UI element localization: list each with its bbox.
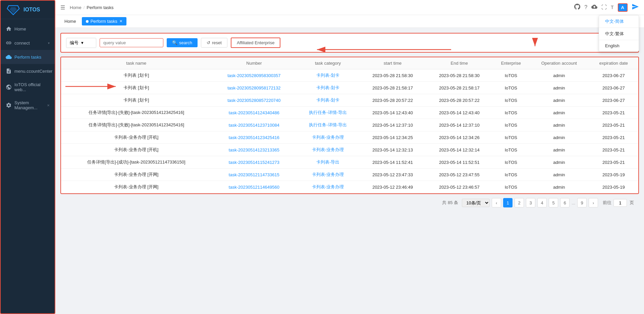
page-1-button[interactable]: 1	[503, 198, 513, 207]
tab-perform-tasks-label: Perform tasks	[91, 19, 117, 24]
table-cell: 2023-05-12 23:46:49	[359, 181, 426, 193]
table-row: 卡列表-业务办理 [开网]task-20230512114733615卡列表-业…	[61, 169, 638, 181]
expand-icon[interactable]: ⛶	[601, 4, 607, 10]
field-select[interactable]: 编号 ▾	[66, 38, 96, 48]
table-cell: IoTOS	[493, 131, 529, 144]
table-cell-link[interactable]: 卡列表-业务办理	[312, 184, 344, 189]
table-cell: IoTOS	[493, 82, 529, 94]
col-end-time: End time	[426, 57, 493, 69]
table-cell: 2023-05-12 23:46:57	[426, 181, 493, 193]
header-right: ? ⛶ T A	[574, 3, 639, 12]
table-row: 卡列表 [划卡]task-202305280857220740卡列表-划卡202…	[61, 94, 638, 107]
search-button[interactable]: 🔍 search	[167, 38, 198, 47]
page-5-button[interactable]: 5	[549, 198, 558, 207]
table-cell-link[interactable]: 卡列表-业务办理	[312, 172, 344, 177]
logo-text: IOTOS	[23, 7, 40, 13]
font-size-icon[interactable]: T	[611, 5, 614, 10]
table-cell-link[interactable]: 卡列表-划卡	[316, 98, 339, 103]
send-icon[interactable]	[632, 3, 639, 12]
table-cell: 2023-05-14 12:32:13	[359, 144, 426, 156]
table-cell-link[interactable]: task-20230514123710084	[229, 123, 279, 128]
table-cell: 2023-05-14 12:43:40	[426, 107, 493, 119]
table-cell: admin	[529, 82, 589, 94]
table-cell: 任务详情[导出]-[失败]-[task-20230514123425416]	[61, 119, 212, 131]
file-icon	[6, 68, 12, 74]
table-cell: admin	[529, 144, 589, 156]
table-cell-link[interactable]: 执行任务-详情-导出	[309, 110, 347, 115]
task-table-container: task name Number task category start tim…	[60, 57, 639, 194]
tab-close-button[interactable]: ✕	[119, 19, 122, 23]
sidebar-item-iotos-web[interactable]: IoTOS official web...	[1, 78, 55, 96]
table-cell-link[interactable]: task-20230512114649560	[229, 185, 279, 190]
goto-label: 前往	[603, 200, 611, 206]
github-icon[interactable]	[574, 4, 580, 11]
page-3-button[interactable]: 3	[526, 198, 535, 207]
breadcrumb-home[interactable]: Home	[70, 5, 82, 10]
breadcrumb-sep: /	[84, 5, 85, 10]
sidebar-item-home[interactable]: Home	[1, 22, 55, 36]
menu-toggle-button[interactable]: ☰	[60, 4, 65, 11]
table-cell: IoTOS	[493, 94, 529, 107]
table-cell-link[interactable]: task-20230512114733615	[229, 172, 279, 177]
table-cell-link[interactable]: 卡列表-业务办理	[312, 147, 344, 152]
link-icon	[6, 40, 12, 46]
table-cell: IoTOS	[493, 107, 529, 119]
table-cell-link[interactable]: task-20230514123213365	[229, 147, 279, 152]
sidebar-item-account-center[interactable]: menu.ccountCenter	[1, 64, 55, 78]
table-cell: 2023-05-14 12:37:10	[426, 119, 493, 131]
goto-page-input[interactable]	[613, 199, 627, 207]
table-cell-link[interactable]: 卡列表-业务办理	[312, 135, 344, 140]
table-cell: 2023-05-28 20:57:22	[426, 94, 493, 107]
page-2-button[interactable]: 2	[515, 198, 524, 207]
table-cell: 2023-05-12 23:47:55	[426, 169, 493, 181]
lang-option-zh-cn[interactable]: 中文-简体	[599, 15, 639, 27]
table-cell: IoTOS	[493, 69, 529, 82]
table-cell: 2023-05-21	[589, 156, 638, 169]
table-cell: 2023-06-27	[589, 69, 638, 82]
table-cell: admin	[529, 69, 589, 82]
table-cell-link[interactable]: task-202305280958172132	[227, 85, 280, 90]
next-page-button[interactable]: ›	[589, 198, 598, 207]
table-cell-link[interactable]: task-202305280958300357	[227, 73, 280, 78]
table-cell-link[interactable]: 卡列表-划卡	[316, 85, 339, 90]
affiliated-enterprise-button[interactable]: Affiliated Enterprise	[231, 38, 281, 48]
table-cell-link[interactable]: task-202305280857220740	[227, 98, 280, 103]
prev-page-button[interactable]: ‹	[492, 198, 501, 207]
query-input[interactable]	[100, 38, 163, 47]
question-icon[interactable]: ?	[584, 4, 587, 10]
table-cell: admin	[529, 119, 589, 131]
tab-perform-tasks[interactable]: Perform tasks ✕	[82, 17, 126, 25]
table-cell: 2023-05-14 12:32:14	[426, 144, 493, 156]
cloud-upload-icon[interactable]	[591, 4, 597, 11]
sidebar-item-system-manage[interactable]: System Managem... ✕	[1, 96, 55, 114]
page-6-button[interactable]: 6	[560, 198, 570, 207]
table-cell-link[interactable]: task-20230514115241273	[229, 160, 279, 165]
lang-option-zh-tw[interactable]: 中文-繁体	[599, 28, 639, 40]
table-row: 卡列表-业务办理 [开机]task-20230514123425416卡列表-业…	[61, 131, 638, 144]
table-row: 任务详情[导出]-[失败]-[task-20230514123425416]ta…	[61, 107, 638, 119]
language-button[interactable]: A	[618, 3, 628, 12]
header: ☰ Home / Perform tasks ? ⛶ T A	[55, 0, 644, 15]
sidebar-item-connect[interactable]: connect ▾	[1, 36, 55, 50]
tab-perform-tasks-dot	[86, 20, 89, 23]
goto-page-label: 页	[630, 200, 634, 206]
table-cell-link[interactable]: task-20230514123425416	[229, 135, 279, 140]
table-cell: 2023-05-19	[589, 181, 638, 193]
table-cell: IoTOS	[493, 181, 529, 193]
page-size-select[interactable]: 10条/页 20条/页 50条/页	[462, 199, 490, 207]
table-header-row: task name Number task category start tim…	[61, 57, 638, 69]
table-body: 卡列表 [划卡]task-202305280958300357卡列表-划卡202…	[61, 69, 638, 193]
sidebar-item-perform-tasks[interactable]: Perform tasks	[1, 50, 55, 64]
table-cell: 2023-05-14 12:43:40	[359, 107, 426, 119]
reset-button[interactable]: ↺ reset	[201, 38, 227, 48]
table-cell-link[interactable]: task-20230514124340486	[229, 110, 279, 115]
table-cell-link[interactable]: 卡列表-划卡	[316, 73, 339, 78]
table-cell-link[interactable]: 卡列表-导出	[316, 160, 339, 165]
tab-home-label: Home	[64, 19, 76, 24]
page-9-button[interactable]: 9	[577, 198, 587, 207]
lang-option-en[interactable]: English	[599, 40, 639, 51]
page-4-button[interactable]: 4	[537, 198, 547, 207]
table-cell-link[interactable]: 执行任务-详情-导出	[309, 122, 347, 127]
table-cell: 2023-05-28 20:57:22	[359, 94, 426, 107]
tab-home[interactable]: Home	[60, 17, 80, 25]
